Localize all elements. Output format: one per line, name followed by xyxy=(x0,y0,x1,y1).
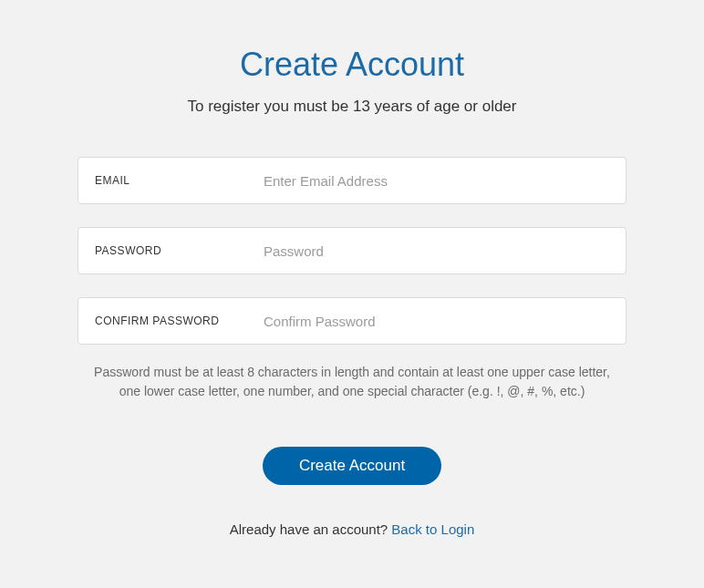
email-field-container: EMAIL xyxy=(78,157,626,204)
password-field-container: PASSWORD xyxy=(78,227,626,274)
confirm-password-label: CONFIRM PASSWORD xyxy=(95,315,264,327)
page-title: Create Account xyxy=(240,46,464,84)
page-subtitle: To register you must be 13 years of age … xyxy=(188,98,517,116)
password-input[interactable] xyxy=(264,243,609,259)
confirm-password-input[interactable] xyxy=(264,314,609,329)
create-account-form: EMAIL PASSWORD CONFIRM PASSWORD Password… xyxy=(78,157,626,537)
confirm-password-field-container: CONFIRM PASSWORD xyxy=(78,297,626,345)
password-label: PASSWORD xyxy=(95,244,264,257)
back-to-login-link[interactable]: Back to Login xyxy=(391,521,474,537)
email-input[interactable] xyxy=(264,173,609,189)
create-account-button[interactable]: Create Account xyxy=(263,447,441,485)
password-hint: Password must be at least 8 characters i… xyxy=(78,363,626,401)
footer-prefix: Already have an account? xyxy=(230,521,392,537)
footer-text: Already have an account? Back to Login xyxy=(230,521,475,537)
email-label: EMAIL xyxy=(95,174,264,187)
